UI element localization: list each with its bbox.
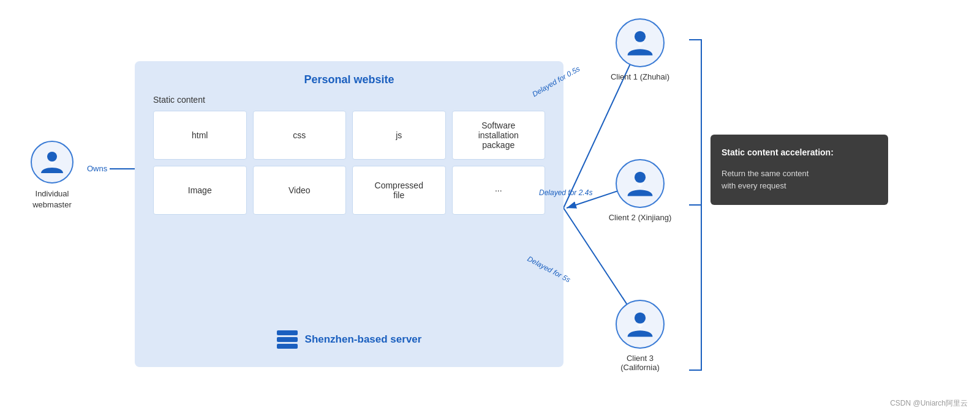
diagram-container: Individual webmaster Owns Personal websi… — [0, 0, 980, 416]
webmaster-icon — [31, 141, 74, 184]
svg-point-6 — [635, 31, 646, 42]
server-row-1 — [277, 330, 298, 335]
server-label: Shenzhen-based server — [305, 333, 422, 346]
info-title: Static content acceleration: — [722, 147, 877, 159]
svg-point-5 — [47, 152, 57, 162]
cell-video: Video — [253, 166, 347, 215]
server-box: Shenzhen-based server — [135, 312, 564, 367]
cell-software: Softwareinstallationpackage — [452, 111, 546, 160]
person-svg — [39, 149, 66, 176]
client-2-person — [625, 168, 655, 199]
website-title: Personal website — [147, 73, 551, 86]
client-1-label: Client 1 (Zhuhai) — [611, 72, 669, 81]
owns-text: Owns — [87, 164, 107, 173]
cell-html: html — [153, 111, 247, 160]
server-icon — [277, 330, 298, 349]
client-3: Client 3 (California) — [606, 300, 674, 372]
cell-js: js — [352, 111, 446, 160]
client-3-label: Client 3 (California) — [606, 354, 674, 372]
svg-point-7 — [635, 172, 646, 183]
client-1: Client 1 (Zhuhai) — [606, 18, 674, 81]
cell-etc: ··· — [452, 166, 546, 215]
info-body: Return the same contentwith every reques… — [722, 168, 877, 193]
client-2-label: Client 2 (Xinjiang) — [609, 213, 672, 222]
info-box: Static content acceleration: Return the … — [710, 135, 888, 205]
watermark: CSDN @Uniarch阿里云 — [890, 398, 968, 409]
client-3-icon — [616, 300, 665, 349]
client-2: Client 2 (Xinjiang) — [606, 159, 674, 222]
webmaster-label: Individual webmaster — [18, 188, 86, 210]
svg-point-8 — [635, 313, 646, 324]
server-row-2 — [277, 337, 298, 342]
client-1-icon — [616, 18, 665, 67]
website-box: Personal website Static content html css… — [135, 61, 564, 355]
static-content-label: Static content — [153, 95, 551, 105]
client-3-person — [625, 309, 655, 340]
cell-image: Image — [153, 166, 247, 215]
cell-compressed: Compressedfile — [352, 166, 446, 215]
delay-label-2: Delayed for 2.4s — [539, 188, 592, 197]
client-1-person — [625, 28, 655, 58]
client-2-icon — [616, 159, 665, 208]
cell-css: css — [253, 111, 347, 160]
webmaster: Individual webmaster — [18, 141, 86, 210]
server-row-3 — [277, 344, 298, 349]
content-grid: html css js Softwareinstallationpackage … — [153, 111, 545, 215]
